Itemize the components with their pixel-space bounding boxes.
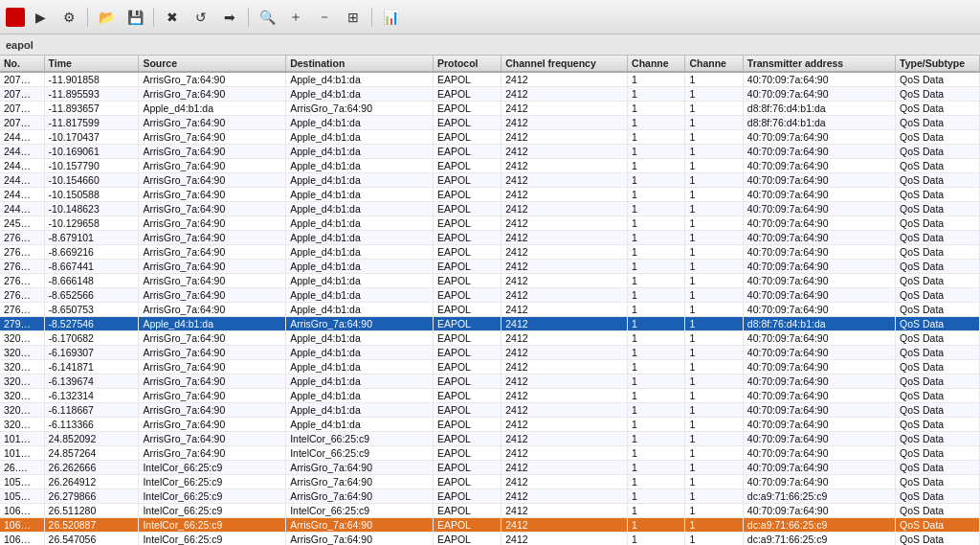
table-row[interactable]: 26.…26.262666IntelCor_66:25:c9ArrisGro_7… xyxy=(0,461,980,475)
cell-col-no: 276… xyxy=(0,245,44,260)
stop-button[interactable] xyxy=(6,8,25,27)
cell-col-type: QoS Data xyxy=(896,72,980,87)
table-row[interactable]: 320…-6.113366ArrisGro_7a:64:90Apple_d4:b… xyxy=(0,418,980,432)
cell-col-channe1: 1 xyxy=(628,331,685,346)
table-row[interactable]: 244…-10.170437ArrisGro_7a:64:90Apple_d4:… xyxy=(0,130,980,145)
graph-button[interactable]: 📊 xyxy=(377,5,404,30)
zoom-fit-button[interactable]: ⊞ xyxy=(340,5,367,30)
cell-col-no: 244… xyxy=(0,159,44,173)
cell-col-protocol: EAPOL xyxy=(433,518,501,533)
table-row[interactable]: 276…-8.652566ArrisGro_7a:64:90Apple_d4:b… xyxy=(0,288,980,303)
table-row[interactable]: 101…24.852092ArrisGro_7a:64:90IntelCor_6… xyxy=(0,432,980,446)
table-row[interactable]: 101…24.857264ArrisGro_7a:64:90IntelCor_6… xyxy=(0,446,980,461)
table-row[interactable]: 320…-6.132314ArrisGro_7a:64:90Apple_d4:b… xyxy=(0,389,980,403)
cell-col-no: 207… xyxy=(0,72,44,87)
cell-col-txaddr: 40:70:09:7a:64:90 xyxy=(743,274,895,288)
table-row[interactable]: 105…26.264912IntelCor_66:25:c9ArrisGro_7… xyxy=(0,475,980,489)
cell-col-source: ArrisGro_7a:64:90 xyxy=(139,202,286,216)
cell-col-protocol: EAPOL xyxy=(433,389,501,403)
cell-col-time: -8.666148 xyxy=(44,274,139,288)
table-row[interactable]: 245…-10.129658ArrisGro_7a:64:90Apple_d4:… xyxy=(0,216,980,231)
table-row[interactable]: 106…26.547056IntelCor_66:25:c9ArrisGro_7… xyxy=(0,533,980,546)
table-row[interactable]: 207…-11.901858ArrisGro_7a:64:90Apple_d4:… xyxy=(0,72,980,87)
cell-col-chanfreq: 2412 xyxy=(501,389,628,403)
cell-col-chanfreq: 2412 xyxy=(501,360,628,375)
zoom-out-button[interactable]: － xyxy=(311,5,338,30)
cell-col-dest: ArrisGro_7a:64:90 xyxy=(286,475,434,489)
packet-table-container[interactable]: No.TimeSourceDestinationProtocolChannel … xyxy=(0,56,980,545)
table-row[interactable]: 320…-6.139674ArrisGro_7a:64:90Apple_d4:b… xyxy=(0,375,980,389)
table-row[interactable]: 244…-10.150588ArrisGro_7a:64:90Apple_d4:… xyxy=(0,188,980,202)
cell-col-time: -10.169061 xyxy=(44,145,139,159)
cell-col-source: IntelCor_66:25:c9 xyxy=(139,461,286,475)
table-row[interactable]: 244…-10.157790ArrisGro_7a:64:90Apple_d4:… xyxy=(0,159,980,173)
table-row[interactable]: 320…-6.118667ArrisGro_7a:64:90Apple_d4:b… xyxy=(0,403,980,418)
table-row[interactable]: 276…-8.669216ArrisGro_7a:64:90Apple_d4:b… xyxy=(0,245,980,260)
cell-col-txaddr: 40:70:09:7a:64:90 xyxy=(743,188,895,202)
cell-col-no: 207… xyxy=(0,102,44,116)
toolbar-sep-4 xyxy=(371,8,372,27)
table-row[interactable]: 276…-8.667441ArrisGro_7a:64:90Apple_d4:b… xyxy=(0,260,980,274)
cell-col-time: -10.150588 xyxy=(44,188,139,202)
cell-col-channe2: 1 xyxy=(685,432,743,446)
cell-col-channe2: 1 xyxy=(685,389,743,403)
cell-col-dest: Apple_d4:b1:da xyxy=(286,418,434,432)
cell-col-protocol: EAPOL xyxy=(433,188,501,202)
table-row[interactable]: 207…-11.817599ArrisGro_7a:64:90Apple_d4:… xyxy=(0,116,980,130)
cell-col-type: QoS Data xyxy=(896,102,980,116)
table-row[interactable]: 320…-6.169307ArrisGro_7a:64:90Apple_d4:b… xyxy=(0,346,980,360)
table-row[interactable]: 105…26.279866IntelCor_66:25:c9ArrisGro_7… xyxy=(0,489,980,504)
table-row[interactable]: 276…-8.679101ArrisGro_7a:64:90Apple_d4:b… xyxy=(0,231,980,245)
cell-col-chanfreq: 2412 xyxy=(501,87,628,102)
table-row[interactable]: 244…-10.154660ArrisGro_7a:64:90Apple_d4:… xyxy=(0,173,980,188)
find-button[interactable]: 🔍 xyxy=(254,5,280,30)
cell-col-dest: Apple_d4:b1:da xyxy=(286,245,434,260)
cell-col-txaddr: 40:70:09:7a:64:90 xyxy=(743,130,895,145)
table-row[interactable]: 207…-11.895593ArrisGro_7a:64:90Apple_d4:… xyxy=(0,87,980,102)
close-button[interactable]: ✖ xyxy=(159,5,186,30)
table-row[interactable]: 207…-11.893657Apple_d4:b1:daArrisGro_7a:… xyxy=(0,102,980,116)
cell-col-channe1: 1 xyxy=(628,260,685,274)
cell-col-dest: ArrisGro_7a:64:90 xyxy=(286,489,434,504)
table-row[interactable]: 276…-8.666148ArrisGro_7a:64:90Apple_d4:b… xyxy=(0,274,980,288)
cell-col-source: ArrisGro_7a:64:90 xyxy=(139,303,286,317)
cell-col-txaddr: 40:70:09:7a:64:90 xyxy=(743,288,895,303)
cell-col-protocol: EAPOL xyxy=(433,116,501,130)
cell-col-dest: Apple_d4:b1:da xyxy=(286,288,434,303)
cell-col-channe1: 1 xyxy=(628,403,685,418)
table-row[interactable]: 276…-8.650753ArrisGro_7a:64:90Apple_d4:b… xyxy=(0,303,980,317)
restart-button[interactable]: ▶ xyxy=(27,5,54,30)
table-row[interactable]: 244…-10.169061ArrisGro_7a:64:90Apple_d4:… xyxy=(0,145,980,159)
cell-col-source: ArrisGro_7a:64:90 xyxy=(139,145,286,159)
cell-col-no: 320… xyxy=(0,360,44,375)
reload-button[interactable]: ↺ xyxy=(188,5,214,30)
table-row[interactable]: 320…-6.141871ArrisGro_7a:64:90Apple_d4:b… xyxy=(0,360,980,375)
zoom-in-button[interactable]: ＋ xyxy=(282,5,309,30)
cell-col-time: -10.129658 xyxy=(44,216,139,231)
table-row[interactable]: 244…-10.148623ArrisGro_7a:64:90Apple_d4:… xyxy=(0,202,980,216)
table-row[interactable]: 279…-8.527546Apple_d4:b1:daArrisGro_7a:6… xyxy=(0,317,980,331)
settings-button[interactable]: ⚙ xyxy=(56,5,82,30)
cell-col-no: 320… xyxy=(0,389,44,403)
cell-col-time: 26.279866 xyxy=(44,489,139,504)
cell-col-type: QoS Data xyxy=(896,504,980,518)
open-button[interactable]: 📂 xyxy=(93,5,120,30)
table-row[interactable]: 106…26.520887IntelCor_66:25:c9ArrisGro_7… xyxy=(0,518,980,533)
table-row[interactable]: 320…-6.170682ArrisGro_7a:64:90Apple_d4:b… xyxy=(0,331,980,346)
cell-col-time: -6.139674 xyxy=(44,375,139,389)
cell-col-protocol: EAPOL xyxy=(433,87,501,102)
cell-col-type: QoS Data xyxy=(896,202,980,216)
go-button[interactable]: ➡ xyxy=(216,5,243,30)
cell-col-txaddr: dc:a9:71:66:25:c9 xyxy=(743,533,895,546)
cell-col-channe1: 1 xyxy=(628,418,685,432)
cell-col-time: 26.547056 xyxy=(44,533,139,546)
save-button[interactable]: 💾 xyxy=(122,5,148,30)
cell-col-time: -10.170437 xyxy=(44,130,139,145)
cell-col-protocol: EAPOL xyxy=(433,231,501,245)
cell-col-time: -10.148623 xyxy=(44,202,139,216)
cell-col-channe2: 1 xyxy=(685,274,743,288)
cell-col-channe2: 1 xyxy=(685,188,743,202)
table-row[interactable]: 106…26.511280IntelCor_66:25:c9IntelCor_6… xyxy=(0,504,980,518)
cell-col-protocol: EAPOL xyxy=(433,173,501,188)
cell-col-time: -8.667441 xyxy=(44,260,139,274)
